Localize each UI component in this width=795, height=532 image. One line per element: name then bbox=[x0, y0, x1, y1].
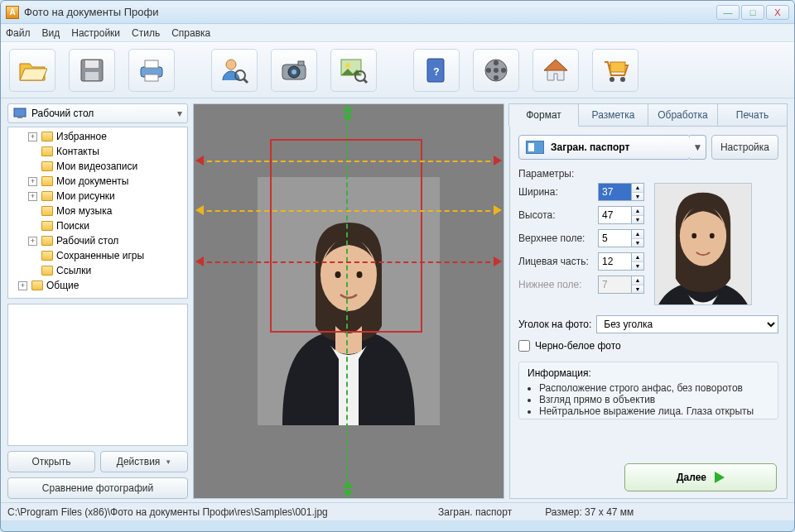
open-button[interactable]: Открыть bbox=[7, 451, 95, 472]
tool-camera[interactable] bbox=[271, 49, 317, 92]
tool-save[interactable] bbox=[69, 49, 115, 92]
expand-icon[interactable]: + bbox=[28, 192, 37, 201]
expand-icon[interactable]: + bbox=[28, 132, 37, 141]
tree-item[interactable]: Ссылки bbox=[8, 263, 187, 278]
actions-button[interactable]: Действия ▼ bbox=[100, 451, 188, 472]
height-spinner[interactable]: ▲▼ bbox=[598, 206, 646, 224]
svg-rect-12 bbox=[298, 61, 304, 65]
info-item: Нейтральное выражение лица. Глаза открыт… bbox=[539, 405, 769, 417]
status-type: Загран. паспорт bbox=[438, 506, 512, 518]
marker-top-down[interactable] bbox=[343, 104, 353, 113]
marker-l1[interactable] bbox=[195, 156, 204, 165]
thumbnail-area[interactable] bbox=[7, 304, 188, 446]
svg-point-6 bbox=[226, 60, 236, 69]
top-label: Верхнее поле: bbox=[518, 229, 595, 247]
tool-print[interactable] bbox=[128, 49, 175, 92]
next-button[interactable]: Далее bbox=[624, 463, 777, 491]
tree-item[interactable]: +Мои рисунки bbox=[8, 189, 187, 204]
expand-icon[interactable]: + bbox=[28, 177, 37, 186]
photo-canvas[interactable] bbox=[193, 103, 504, 499]
menubar: Файл Вид Настройки Стиль Справка bbox=[1, 24, 794, 42]
tool-cart[interactable] bbox=[592, 49, 638, 92]
params-label: Параметры: bbox=[518, 168, 778, 180]
width-spinner[interactable]: ▲▼ bbox=[598, 183, 646, 201]
height-label: Высота: bbox=[518, 206, 595, 224]
tab-process[interactable]: Обработка bbox=[648, 103, 718, 127]
marker-bot-up[interactable] bbox=[343, 490, 353, 498]
marker-top-up[interactable] bbox=[343, 114, 353, 122]
tree-item[interactable]: +Мои документы bbox=[8, 174, 187, 189]
tool-help[interactable]: ? bbox=[413, 49, 460, 92]
info-item: Расположение строго анфас, без поворотов bbox=[539, 382, 769, 394]
svg-point-11 bbox=[292, 69, 296, 74]
expand-icon[interactable]: + bbox=[18, 281, 27, 290]
tree-item[interactable]: Моя музыка bbox=[8, 204, 187, 218]
top-spinner[interactable]: ▲▼ bbox=[598, 229, 646, 247]
minimize-button[interactable]: — bbox=[716, 5, 740, 20]
tree-item[interactable]: +Общие bbox=[8, 278, 187, 293]
menu-settings[interactable]: Настройки bbox=[71, 27, 120, 39]
right-panel: Формат Разметка Обработка Печать Загран.… bbox=[509, 103, 788, 499]
svg-point-22 bbox=[494, 75, 499, 80]
tree-item[interactable]: +Рабочий стол bbox=[8, 233, 187, 248]
svg-line-8 bbox=[243, 79, 248, 83]
corner-select[interactable]: Без уголка bbox=[596, 315, 778, 333]
tree-label: Контакты bbox=[56, 146, 99, 157]
menu-file[interactable]: Файл bbox=[6, 27, 31, 39]
tree-label: Избранное bbox=[56, 131, 107, 142]
svg-rect-28 bbox=[14, 108, 26, 117]
svg-rect-25 bbox=[610, 62, 625, 72]
status-path: C:\Program Files (x86)\Фото на документы… bbox=[7, 506, 405, 518]
marker-l2[interactable] bbox=[195, 205, 204, 215]
svg-point-20 bbox=[494, 68, 499, 73]
bw-checkbox[interactable] bbox=[518, 340, 530, 352]
menu-view[interactable]: Вид bbox=[42, 27, 60, 39]
folder-tree[interactable]: +ИзбранноеКонтактыМои видеозаписи+Мои до… bbox=[7, 127, 188, 299]
marker-r2[interactable] bbox=[494, 205, 502, 215]
marker-bot-down[interactable] bbox=[343, 480, 353, 488]
tab-layout[interactable]: Разметка bbox=[578, 103, 648, 127]
marker-l3[interactable] bbox=[195, 256, 204, 266]
folder-icon bbox=[41, 191, 53, 201]
tool-image-search[interactable] bbox=[330, 49, 377, 92]
menu-help[interactable]: Справка bbox=[171, 27, 210, 39]
center-guide bbox=[346, 108, 348, 495]
tool-film[interactable] bbox=[473, 49, 519, 92]
svg-rect-4 bbox=[145, 60, 158, 68]
marker-r3[interactable] bbox=[494, 256, 502, 266]
format-select[interactable]: Загран. паспорт bbox=[518, 135, 691, 160]
tool-user[interactable] bbox=[211, 49, 258, 92]
tree-label: Мои рисунки bbox=[56, 190, 115, 202]
svg-point-23 bbox=[486, 68, 491, 73]
folder-icon bbox=[31, 280, 43, 290]
tree-item[interactable]: +Избранное bbox=[8, 129, 187, 144]
format-settings-button[interactable]: Настройка bbox=[711, 135, 778, 160]
svg-point-39 bbox=[710, 233, 715, 239]
tab-body-format: Загран. паспорт ▼ Настройка Параметры: Ш… bbox=[509, 127, 788, 499]
expand-icon[interactable]: + bbox=[28, 237, 37, 246]
info-title: Информация: bbox=[528, 367, 769, 379]
tool-open[interactable] bbox=[9, 49, 55, 92]
svg-text:?: ? bbox=[433, 66, 439, 78]
format-dropdown-icon[interactable]: ▼ bbox=[690, 135, 706, 160]
marker-r1[interactable] bbox=[494, 156, 502, 165]
tree-label: Мои документы bbox=[56, 175, 128, 187]
tab-format[interactable]: Формат bbox=[508, 103, 579, 127]
menu-style[interactable]: Стиль bbox=[132, 27, 160, 39]
close-button[interactable]: X bbox=[766, 5, 789, 20]
tab-strip: Формат Разметка Обработка Печать bbox=[509, 103, 788, 127]
folder-icon bbox=[41, 266, 53, 276]
tree-item[interactable]: Мои видеозаписи bbox=[8, 159, 187, 174]
tree-item[interactable]: Сохраненные игры bbox=[8, 248, 187, 263]
statusbar: C:\Program Files (x86)\Фото на документы… bbox=[1, 502, 794, 520]
photo-preview bbox=[654, 183, 752, 305]
tree-item[interactable]: Поиски bbox=[8, 218, 187, 233]
tab-print[interactable]: Печать bbox=[717, 103, 788, 127]
tool-home[interactable] bbox=[532, 49, 579, 92]
folder-icon bbox=[41, 132, 53, 141]
maximize-button[interactable]: □ bbox=[741, 5, 764, 20]
path-selector[interactable]: Рабочий стол ▾ bbox=[7, 103, 188, 123]
face-spinner[interactable]: ▲▼ bbox=[598, 252, 646, 271]
compare-button[interactable]: Сравнение фотографий bbox=[7, 477, 188, 499]
tree-item[interactable]: Контакты bbox=[8, 144, 187, 159]
